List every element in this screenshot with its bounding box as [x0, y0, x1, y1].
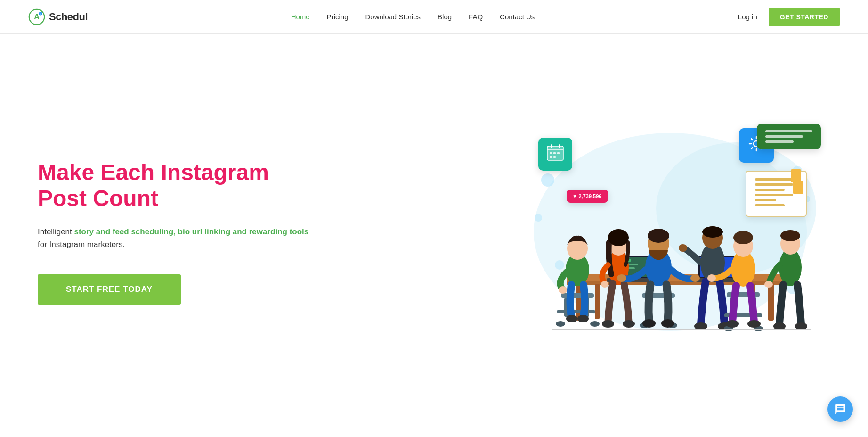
svg-rect-40 [557, 310, 595, 313]
nav-right: Log in GET STARTED [738, 8, 840, 26]
doc-line-1 [755, 178, 793, 181]
float-text-chat-bubble [757, 124, 821, 149]
heart-icon: ♥ [573, 193, 576, 199]
float-document [746, 171, 807, 217]
svg-rect-17 [553, 152, 556, 154]
svg-point-86 [780, 230, 800, 241]
svg-point-65 [661, 319, 674, 328]
start-free-today-button[interactable]: START FREE TODAY [38, 274, 181, 305]
nav-item-contact-us[interactable]: Contact Us [500, 13, 535, 21]
svg-rect-37 [561, 293, 594, 298]
get-started-button[interactable]: GET STARTED [769, 8, 840, 26]
svg-rect-19 [550, 156, 552, 158]
svg-point-62 [617, 274, 626, 282]
likes-count: 2,739,596 [579, 193, 602, 199]
hero-subtitle-plain2: for Instagram marketers. [38, 240, 125, 249]
nav-item-pricing[interactable]: Pricing [327, 13, 349, 21]
nav-link-blog[interactable]: Blog [438, 13, 452, 21]
svg-point-64 [642, 319, 656, 328]
illustration-wrapper: ♥ 2,739,596 [510, 114, 830, 350]
svg-point-50 [608, 229, 629, 246]
chat-line-3 [765, 140, 794, 143]
doc-line-6 [755, 204, 785, 206]
svg-point-53 [623, 320, 635, 328]
nav-link-contact-us[interactable]: Contact Us [500, 13, 535, 21]
chat-line-1 [765, 130, 812, 132]
chat-line-2 [765, 135, 803, 138]
nav-link-home[interactable]: Home [291, 13, 310, 21]
svg-text:A: A [34, 12, 40, 21]
svg-point-45 [559, 286, 567, 294]
nav-item-blog[interactable]: Blog [438, 13, 452, 21]
doc-badge-1 [791, 169, 801, 182]
hero-subtitle-plain1: Intelligent [38, 227, 74, 236]
navbar: A i Schedul Home Pricing Download Storie… [0, 0, 868, 34]
doc-line-3 [755, 189, 785, 191]
float-calendar-bubble [538, 138, 572, 171]
svg-rect-18 [557, 152, 560, 154]
chat-icon [834, 403, 846, 415]
doc-line-5 [755, 199, 776, 201]
svg-rect-16 [550, 152, 552, 154]
svg-point-68 [702, 226, 723, 238]
svg-point-51 [601, 281, 608, 288]
nav-link-pricing[interactable]: Pricing [327, 13, 349, 21]
svg-point-63 [690, 274, 700, 282]
hero-section: Make Each Instagram Post Count Intellige… [0, 34, 868, 421]
svg-point-83 [747, 320, 761, 328]
svg-point-80 [733, 231, 753, 244]
svg-point-52 [602, 320, 614, 328]
logo-icon: A i [28, 8, 45, 25]
nav-link-faq[interactable]: FAQ [469, 13, 483, 21]
svg-rect-25 [768, 283, 774, 321]
svg-point-42 [590, 321, 600, 327]
svg-rect-26 [595, 284, 600, 319]
svg-point-41 [556, 321, 565, 327]
nav-link-download-stories[interactable]: Download Stories [365, 13, 421, 21]
calendar-icon [547, 144, 564, 161]
brand-name: Schedul [49, 11, 88, 23]
svg-point-81 [707, 274, 716, 282]
hero-title: Make Each Instagram Post Count [38, 159, 311, 211]
svg-point-82 [726, 320, 739, 328]
login-link[interactable]: Log in [738, 13, 757, 21]
hero-subtitle: Intelligent story and feed scheduling, b… [38, 225, 311, 251]
nav-item-faq[interactable]: FAQ [469, 13, 483, 21]
hero-content: Make Each Instagram Post Count Intellige… [38, 159, 311, 305]
hero-illustration: ♥ 2,739,596 [311, 114, 830, 350]
svg-point-46 [566, 315, 577, 322]
float-likes-bubble: ♥ 2,739,596 [567, 190, 608, 203]
doc-line-2 [755, 183, 793, 186]
nav-item-home[interactable]: Home [291, 13, 310, 21]
nav-links: Home Pricing Download Stories Blog FAQ C… [291, 13, 535, 21]
nav-item-download-stories[interactable]: Download Stories [365, 13, 421, 21]
logo[interactable]: A i Schedul [28, 8, 88, 25]
svg-point-47 [577, 315, 589, 322]
svg-point-69 [679, 244, 687, 252]
svg-point-61 [648, 229, 669, 243]
doc-badge-2 [793, 181, 803, 194]
hero-subtitle-bold: story and feed scheduling, bio url linki… [74, 227, 309, 236]
svg-point-87 [764, 281, 773, 288]
svg-rect-20 [553, 156, 556, 158]
doc-line-4 [755, 194, 793, 196]
chat-fab-button[interactable] [827, 396, 853, 422]
